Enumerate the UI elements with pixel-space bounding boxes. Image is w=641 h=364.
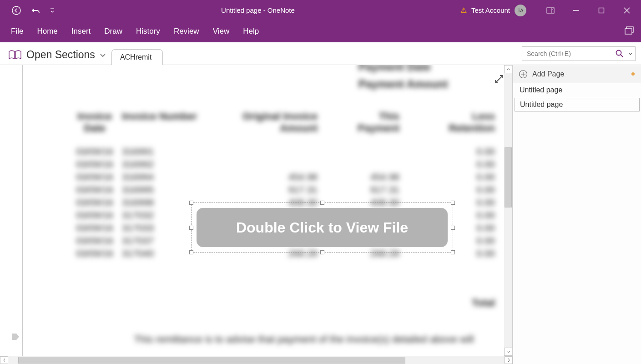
ribbon-tab-home[interactable]: Home xyxy=(37,27,57,36)
scroll-thumb[interactable] xyxy=(505,147,512,208)
resize-handle[interactable] xyxy=(451,250,455,254)
sections-bar: Open Sections ACHremit xyxy=(0,42,641,65)
svg-point-0 xyxy=(12,6,20,15)
scroll-right-button[interactable] xyxy=(505,356,513,364)
page-panel: Add Page Untitled pageUntitled page xyxy=(513,65,641,364)
minimize-button[interactable] xyxy=(565,1,586,20)
avatar[interactable]: TA xyxy=(515,5,526,16)
chevron-down-icon[interactable] xyxy=(628,51,632,56)
search-icon[interactable] xyxy=(611,49,628,58)
resize-handle[interactable] xyxy=(189,250,193,254)
resize-handle[interactable] xyxy=(451,201,455,205)
search-box[interactable] xyxy=(522,46,636,61)
ribbon-tab-insert[interactable]: Insert xyxy=(71,27,91,36)
notebook-picker[interactable]: Open Sections xyxy=(8,49,106,65)
add-page-label: Add Page xyxy=(532,70,564,78)
ribbon-options-button[interactable] xyxy=(540,1,561,20)
ribbon-tab-review[interactable]: Review xyxy=(174,27,199,36)
chevron-down-icon xyxy=(100,52,106,58)
window-title: Untitled page - OneNote xyxy=(56,6,460,14)
resize-handle[interactable] xyxy=(189,226,193,230)
section-tab[interactable]: ACHremit xyxy=(111,49,163,65)
resize-handle[interactable] xyxy=(320,250,324,254)
scroll-left-button[interactable] xyxy=(0,356,8,364)
warning-icon[interactable]: ⚠ xyxy=(460,6,467,15)
ribbon-tab-help[interactable]: Help xyxy=(243,27,259,36)
horizontal-scrollbar[interactable] xyxy=(0,356,513,364)
ribbon-tab-view[interactable]: View xyxy=(213,27,230,36)
add-page-button[interactable]: Add Page xyxy=(513,65,641,83)
account-name[interactable]: Test Account xyxy=(471,6,510,14)
back-button[interactable] xyxy=(9,3,24,18)
scroll-down-button[interactable] xyxy=(504,348,512,356)
qat-dropdown[interactable] xyxy=(49,3,56,18)
svg-point-5 xyxy=(616,51,621,56)
resize-handle[interactable] xyxy=(451,226,455,230)
ribbon-tab-history[interactable]: History xyxy=(136,27,160,36)
page-item[interactable]: Untitled page xyxy=(513,83,641,97)
file-attachment-button[interactable]: Double Click to View File xyxy=(197,208,448,247)
svg-rect-2 xyxy=(599,8,604,13)
maximize-button[interactable] xyxy=(591,1,612,20)
svg-rect-1 xyxy=(547,8,554,13)
page-item[interactable]: Untitled page xyxy=(515,98,640,111)
title-bar: Untitled page - OneNote ⚠ Test Account T… xyxy=(0,0,641,20)
ribbon: File Home Insert Draw History Review Vie… xyxy=(0,20,641,42)
expand-icon[interactable] xyxy=(494,74,504,86)
ribbon-tab-file[interactable]: File xyxy=(11,27,23,36)
svg-rect-4 xyxy=(625,29,632,34)
resize-handle[interactable] xyxy=(189,201,193,205)
undo-button[interactable] xyxy=(29,3,44,18)
resize-handle[interactable] xyxy=(320,201,324,205)
plus-icon xyxy=(519,70,528,79)
scroll-up-button[interactable] xyxy=(504,65,512,73)
search-input[interactable] xyxy=(522,50,611,57)
windows-switcher-icon[interactable] xyxy=(625,26,641,36)
scroll-thumb[interactable] xyxy=(18,357,405,364)
notebook-label: Open Sections xyxy=(26,49,95,61)
ribbon-tab-draw[interactable]: Draw xyxy=(104,27,122,36)
vertical-scrollbar[interactable] xyxy=(504,65,512,356)
unsaved-indicator-icon xyxy=(631,72,635,76)
note-canvas[interactable]: Payment Date Payment Amount InvoiceDate … xyxy=(0,65,513,356)
page-indicator-icon xyxy=(12,334,19,342)
page-margin xyxy=(22,65,23,356)
close-button[interactable] xyxy=(616,1,637,20)
